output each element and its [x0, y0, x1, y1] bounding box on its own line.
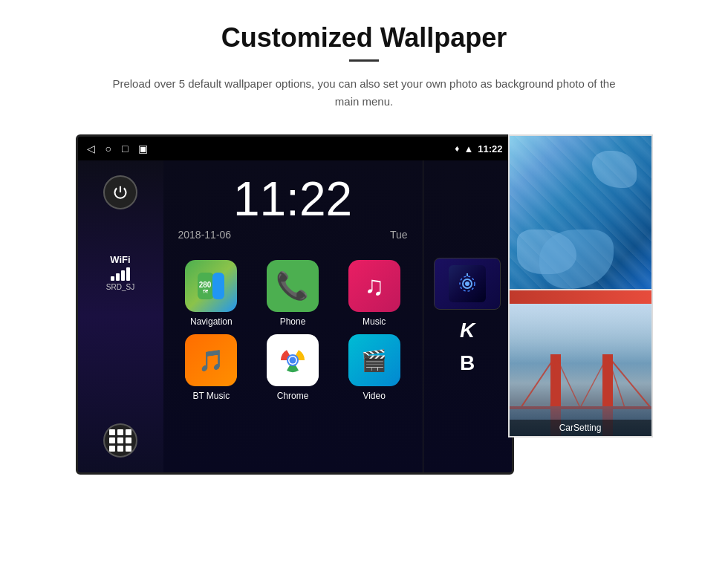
btmusic-icon: 🎵	[185, 334, 237, 386]
date-display: 2018-11-06 Tue	[171, 229, 415, 241]
recents-icon[interactable]: □	[122, 143, 128, 154]
app-music[interactable]: ♫ Music	[337, 260, 412, 327]
app-navigation[interactable]: 280 🗺 Navigation	[175, 260, 249, 327]
svg-rect-2	[212, 273, 224, 299]
b-icon: B	[460, 351, 475, 375]
wifi-ssid: SRD_SJ	[106, 283, 134, 291]
chrome-icon	[267, 334, 319, 386]
wifi-info: WiFi SRD_SJ	[106, 254, 134, 291]
grid-dots	[109, 429, 131, 452]
carsetting-label: CarSetting	[510, 420, 651, 436]
svg-line-14	[521, 356, 556, 408]
status-time: 11:22	[478, 143, 502, 154]
wallpaper-panel: CarSetting	[508, 134, 653, 437]
wallpaper-ice-wrapper[interactable]	[508, 134, 653, 290]
clock-time: 11:22	[171, 175, 415, 223]
k-icon: K	[460, 319, 475, 342]
antenna-icon	[449, 265, 486, 302]
music-icon: ♫	[348, 260, 400, 312]
wallpaper-bridge-wrapper[interactable]: CarSetting	[508, 304, 653, 437]
power-button[interactable]	[103, 175, 137, 209]
svg-line-18	[608, 356, 625, 408]
wifi-bar-2	[116, 273, 120, 281]
wifi-bar-4	[126, 267, 130, 281]
screenshot-icon[interactable]: ▣	[138, 143, 148, 154]
wifi-label: WiFi	[106, 254, 134, 265]
wifi-status-icon: ▲	[464, 143, 473, 154]
music-label: Music	[363, 316, 386, 327]
app-btmusic[interactable]: 🎵 BT Music	[175, 334, 249, 401]
wifi-bar-3	[121, 270, 125, 281]
location-icon: ♦	[455, 143, 459, 154]
svg-line-19	[608, 356, 651, 408]
day-value: Tue	[390, 229, 408, 241]
svg-point-12	[465, 282, 469, 286]
page-description: Preload over 5 default wallpaper options…	[104, 75, 624, 111]
svg-line-17	[580, 356, 608, 408]
date-value: 2018-11-06	[178, 229, 232, 241]
navigation-icon: 280 🗺	[185, 260, 237, 312]
title-divider	[349, 59, 379, 62]
video-icon: 🎬	[348, 334, 400, 386]
apps-grid-button[interactable]	[103, 423, 137, 458]
svg-point-9	[289, 357, 296, 364]
svg-text:280: 280	[199, 281, 212, 289]
radio-icon-box[interactable]	[434, 258, 501, 310]
wifi-bars	[106, 267, 134, 281]
status-right-icons: ♦ ▲ 11:22	[455, 143, 502, 154]
app-chrome[interactable]: Chrome	[256, 334, 330, 401]
sidebar-top: WiFi SRD_SJ	[103, 175, 137, 291]
chrome-label: Chrome	[277, 391, 309, 401]
right-panel: K B	[423, 160, 512, 472]
phone-icon: 📞	[267, 260, 319, 312]
status-left-icons: ◁ ○ □ ▣	[87, 143, 149, 154]
wallpaper-ice-bg	[510, 136, 651, 289]
head-unit: ◁ ○ □ ▣ ♦ ▲ 11:22	[76, 134, 514, 475]
app-video[interactable]: 🎬 Video	[337, 334, 412, 401]
video-label: Video	[363, 391, 385, 401]
phone-label: Phone	[280, 316, 306, 327]
app-phone[interactable]: 📞 Phone	[256, 260, 330, 327]
svg-line-16	[556, 356, 580, 408]
device-area: ◁ ○ □ ▣ ♦ ▲ 11:22	[45, 134, 683, 475]
center-panel: 11:22 2018-11-06 Tue 280	[163, 160, 423, 472]
sidebar: WiFi SRD_SJ	[78, 160, 163, 472]
main-content: WiFi SRD_SJ	[78, 160, 512, 472]
svg-text:🗺: 🗺	[203, 289, 208, 294]
wifi-bar-1	[111, 276, 114, 281]
apps-grid: 280 🗺 Navigation 📞 Phone	[171, 253, 415, 409]
back-icon[interactable]: ◁	[87, 143, 95, 154]
navigation-label: Navigation	[190, 316, 233, 327]
red-device-strip	[508, 290, 653, 304]
home-icon[interactable]: ○	[105, 143, 111, 154]
page-title: Customized Wallpaper	[221, 22, 507, 53]
btmusic-label: BT Music	[192, 391, 230, 401]
wallpaper-bridge-bg	[510, 304, 651, 436]
status-bar: ◁ ○ □ ▣ ♦ ▲ 11:22	[78, 137, 512, 160]
